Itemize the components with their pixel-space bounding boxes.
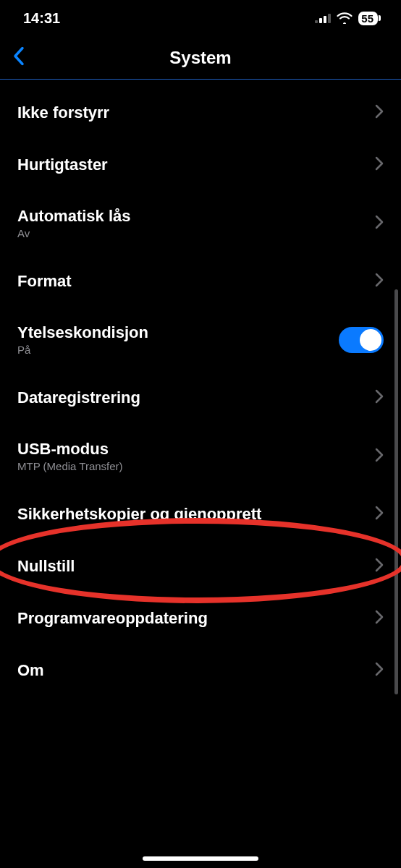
svg-rect-2 [324, 16, 326, 23]
chevron-right-icon [375, 155, 384, 175]
row-shortcuts[interactable]: Hurtigtaster [0, 139, 401, 191]
row-text: Om [17, 661, 44, 680]
wifi-icon [337, 12, 353, 24]
row-software-update[interactable]: Programvareoppdatering [0, 592, 401, 644]
row-subtitle: På [17, 344, 148, 356]
battery-icon: 55 [358, 12, 378, 25]
row-text: Automatisk lås Av [17, 207, 131, 239]
svg-rect-0 [315, 20, 318, 23]
back-button[interactable] [13, 46, 25, 69]
row-format[interactable]: Format [0, 255, 401, 307]
chevron-right-icon [375, 608, 384, 629]
battery-level: 55 [361, 12, 373, 25]
row-label: Hurtigtaster [17, 156, 108, 174]
row-label: Sikkerhetskopier og gjenopprett [17, 505, 261, 524]
chevron-right-icon [375, 556, 384, 576]
row-text: Ytelseskondisjon På [17, 323, 148, 356]
row-about[interactable]: Om [0, 644, 401, 697]
performance-toggle[interactable] [339, 327, 384, 353]
row-text: Programvareoppdatering [17, 609, 208, 628]
row-text: Hurtigtaster [17, 156, 108, 174]
chevron-right-icon [375, 446, 384, 467]
chevron-right-icon [375, 388, 384, 408]
row-reset[interactable]: Nullstill [0, 540, 401, 592]
chevron-right-icon [375, 504, 384, 524]
row-label: Nullstill [17, 557, 75, 576]
row-label: Automatisk lås [17, 207, 131, 226]
row-label: Programvareoppdatering [17, 609, 208, 628]
row-label: Ytelseskondisjon [17, 323, 148, 342]
svg-rect-3 [328, 14, 331, 23]
bottom-bar [0, 843, 401, 868]
row-text: Nullstill [17, 557, 75, 576]
settings-list: Ikke forstyrr Hurtigtaster Automatisk lå… [0, 80, 401, 704]
nav-header: System [0, 36, 401, 80]
row-label: Ikke forstyrr [17, 103, 109, 122]
row-subtitle: MTP (Media Transfer) [17, 460, 123, 472]
status-bar: 14:31 55 [0, 0, 401, 36]
row-text: Dataregistrering [17, 388, 140, 407]
row-label: Om [17, 661, 44, 680]
row-usb-mode[interactable]: USB-modus MTP (Media Transfer) [0, 424, 401, 488]
status-time: 14:31 [23, 10, 60, 27]
home-indicator[interactable] [143, 856, 258, 861]
row-subtitle: Av [17, 227, 131, 239]
chevron-right-icon [375, 103, 384, 123]
row-text: Ikke forstyrr [17, 103, 109, 122]
cellular-signal-icon [315, 13, 331, 23]
row-text: Format [17, 272, 72, 291]
row-performance-condition[interactable]: Ytelseskondisjon På [0, 307, 401, 372]
row-label: Format [17, 272, 72, 291]
chevron-right-icon [375, 271, 384, 292]
page-title: System [169, 48, 231, 68]
status-right: 55 [315, 12, 378, 25]
row-text: USB-modus MTP (Media Transfer) [17, 440, 123, 472]
chevron-right-icon [375, 213, 384, 234]
row-auto-lock[interactable]: Automatisk lås Av [0, 191, 401, 255]
row-do-not-disturb[interactable]: Ikke forstyrr [0, 87, 401, 139]
row-backup-restore[interactable]: Sikkerhetskopier og gjenopprett [0, 488, 401, 540]
row-text: Sikkerhetskopier og gjenopprett [17, 505, 261, 524]
svg-rect-1 [319, 18, 322, 23]
chevron-right-icon [375, 660, 384, 681]
toggle-knob [360, 329, 381, 351]
row-data-recording[interactable]: Dataregistrering [0, 372, 401, 424]
scroll-indicator[interactable] [394, 289, 398, 694]
row-label: Dataregistrering [17, 388, 140, 407]
row-label: USB-modus [17, 440, 123, 459]
